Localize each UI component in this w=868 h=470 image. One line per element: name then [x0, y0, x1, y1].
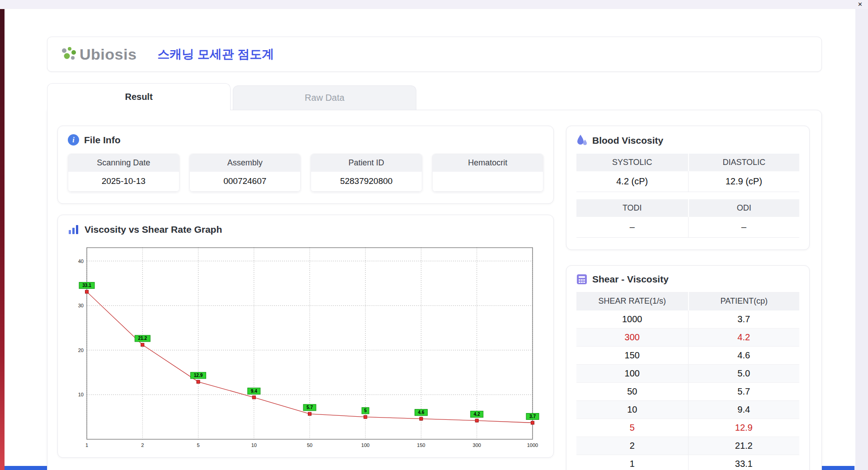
bv-header-odi: ODI [688, 199, 800, 217]
info-icon: i [68, 134, 79, 146]
bv-value-todi: – [576, 217, 688, 238]
sv-table-body: 1000 3.7 300 4.2 150 4.6 [576, 310, 799, 470]
sv-patient: 5.7 [688, 383, 800, 400]
window-titlebar: ✕ [0, 0, 868, 9]
bar-chart-icon [68, 224, 80, 235]
sv-shear-rate: 2 [576, 437, 688, 455]
svg-text:20: 20 [78, 348, 84, 353]
window-close-icon[interactable]: ✕ [858, 1, 863, 8]
svg-text:300: 300 [473, 442, 481, 448]
field-value: 52837920800 [311, 172, 422, 191]
file-info-title: File Info [84, 135, 121, 146]
sv-patient: 21.2 [688, 437, 800, 455]
svg-text:50: 50 [307, 442, 312, 448]
sv-patient: 5.0 [688, 365, 800, 382]
svg-text:10: 10 [78, 392, 84, 397]
shear-viscosity-title: Shear - Viscosity [592, 274, 669, 285]
sv-shear-rate: 100 [576, 365, 688, 382]
bv-header-row: TODI ODI [576, 199, 799, 217]
file-info-card: i File Info Scanning Date 2025-10-13 Ass… [57, 126, 554, 204]
svg-text:30: 30 [78, 303, 84, 308]
main-content: Ubiosis 스캐닝 모세관 점도계 Result Raw Data i Fi… [47, 37, 822, 470]
app-title: 스캐닝 모세관 점도계 [157, 46, 274, 62]
file-info-fields: Scanning Date 2025-10-13 Assembly 000724… [68, 154, 543, 192]
svg-text:5: 5 [364, 408, 367, 413]
sv-shear-rate: 1 [576, 455, 688, 470]
shear-viscosity-heading: Shear - Viscosity [576, 274, 799, 285]
logo-dots-icon [60, 47, 78, 62]
svg-text:100: 100 [361, 442, 369, 448]
bv-group-todi-odi: TODI ODI – – [576, 199, 799, 238]
svg-text:12.9: 12.9 [194, 373, 203, 378]
svg-text:150: 150 [417, 442, 425, 448]
field-patient-id: Patient ID 52837920800 [311, 154, 422, 192]
svg-text:33.1: 33.1 [82, 283, 91, 288]
sv-shear-rate: 300 [576, 329, 688, 346]
bv-value-systolic: 4.2 (cP) [576, 171, 688, 192]
field-hematocrit: Hematocrit [432, 154, 544, 192]
table-row: 100 5.0 [576, 365, 799, 383]
svg-text:1000: 1000 [527, 442, 538, 448]
table-row: 5 12.9 [576, 419, 799, 437]
sv-patient: 3.7 [688, 310, 800, 328]
svg-text:2: 2 [141, 442, 144, 448]
bv-header-todi: TODI [576, 199, 688, 217]
file-info-heading: i File Info [68, 134, 543, 146]
field-label: Assembly [190, 154, 301, 172]
blood-viscosity-title: Blood Viscosity [592, 135, 663, 146]
bv-value-row: – – [576, 217, 799, 238]
table-row: 300 4.2 [576, 329, 799, 347]
sv-shear-rate: 150 [576, 347, 688, 364]
sv-patient: 4.2 [688, 329, 800, 346]
tab-result[interactable]: Result [47, 83, 231, 110]
table-row: 1 33.1 [576, 455, 799, 470]
calculator-icon [576, 274, 587, 285]
bv-header-diastolic: DIASTOLIC [688, 154, 800, 171]
svg-text:40: 40 [78, 258, 84, 264]
bv-value-odi: – [688, 217, 800, 238]
graph-heading: Viscosity vs Shear Rate Graph [68, 224, 543, 235]
field-assembly: Assembly 000724607 [189, 154, 301, 192]
svg-text:9.4: 9.4 [251, 389, 257, 394]
table-row: 2 21.2 [576, 437, 799, 455]
shear-viscosity-table: SHEAR RATE(1/s) PATIENT(cp) 1000 3.7 300… [576, 292, 799, 470]
blood-viscosity-heading: Blood Viscosity [576, 134, 799, 146]
svg-text:10: 10 [251, 442, 257, 448]
table-row: 10 9.4 [576, 401, 799, 419]
field-label: Patient ID [311, 154, 422, 172]
left-column: i File Info Scanning Date 2025-10-13 Ass… [57, 126, 554, 470]
sv-col-patient: PATIENT(cp) [688, 292, 800, 310]
app-window: Ubiosis 스캐닝 모세관 점도계 Result Raw Data i Fi… [5, 9, 855, 466]
bv-group-systolic-diastolic: SYSTOLIC DIASTOLIC 4.2 (cP) 12.9 (cP) [576, 154, 799, 192]
graph-title: Viscosity vs Shear Rate Graph [85, 224, 222, 235]
svg-text:5: 5 [197, 442, 199, 448]
result-panel: i File Info Scanning Date 2025-10-13 Ass… [47, 110, 822, 470]
sv-shear-rate: 10 [576, 401, 688, 418]
water-drop-icon [576, 134, 587, 146]
bv-header-systolic: SYSTOLIC [576, 154, 688, 171]
tab-bar: Result Raw Data [47, 83, 822, 110]
table-row: 150 4.6 [576, 347, 799, 365]
svg-text:4.6: 4.6 [418, 410, 425, 415]
field-value: 000724607 [190, 172, 301, 191]
sv-shear-rate: 1000 [576, 310, 688, 328]
sv-patient: 4.6 [688, 347, 800, 364]
desktop-background-strip [0, 9, 5, 470]
sv-shear-rate: 5 [576, 419, 688, 437]
svg-text:4.2: 4.2 [474, 412, 480, 417]
table-row: 50 5.7 [576, 383, 799, 401]
sv-col-shear-rate: SHEAR RATE(1/s) [576, 292, 688, 310]
svg-text:5.7: 5.7 [307, 405, 313, 410]
bv-value-diastolic: 12.9 (cP) [688, 171, 800, 192]
field-value [433, 172, 543, 191]
right-column: Blood Viscosity SYSTOLIC DIASTOLIC 4.2 (… [566, 126, 810, 470]
table-row: 1000 3.7 [576, 310, 799, 329]
field-scanning-date: Scanning Date 2025-10-13 [68, 154, 179, 192]
logo-text: Ubiosis [80, 46, 137, 63]
bv-value-row: 4.2 (cP) 12.9 (cP) [576, 171, 799, 192]
tab-raw-data[interactable]: Raw Data [233, 85, 416, 110]
viscosity-graph-card: Viscosity vs Shear Rate Graph 1020304012… [57, 215, 554, 458]
svg-text:3.7: 3.7 [529, 414, 536, 419]
bv-header-row: SYSTOLIC DIASTOLIC [576, 154, 799, 171]
svg-text:1: 1 [85, 442, 88, 448]
